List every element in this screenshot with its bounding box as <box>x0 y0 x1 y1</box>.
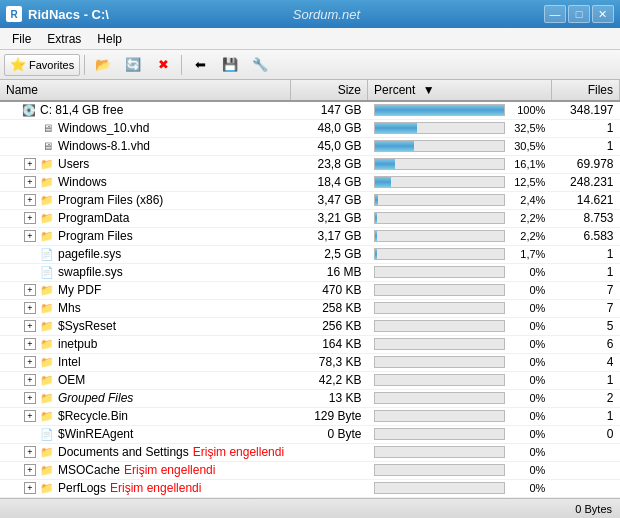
back-button[interactable]: ⬅ <box>186 54 214 76</box>
folder-icon: 📁 <box>40 481 54 495</box>
bar-fill <box>375 195 378 205</box>
close-button[interactable]: ✕ <box>592 5 614 23</box>
expand-button[interactable]: + <box>24 464 36 476</box>
table-row[interactable]: +📁Intel78,3 KB0%4 <box>0 353 620 371</box>
file-table: Name Size Percent ▼ Files 💽C: 81,4 GB fr… <box>0 80 620 498</box>
table-row[interactable]: +📁Windows18,4 GB12,5%248.231 <box>0 173 620 191</box>
refresh-button[interactable]: 🔄 <box>119 54 147 76</box>
name-cell: 💽C: 81,4 GB free <box>6 103 284 117</box>
table-row[interactable]: 📄$WinREAgent0 Byte0%0 <box>0 425 620 443</box>
settings-button[interactable]: 🔧 <box>246 54 274 76</box>
menu-extras[interactable]: Extras <box>39 30 89 48</box>
bar-background <box>374 122 506 134</box>
stop-icon: ✖ <box>155 57 171 73</box>
table-row[interactable]: +📁My PDF470 KB0%7 <box>0 281 620 299</box>
table-row[interactable]: +📁Program Files (x86)3,47 GB2,4%14.621 <box>0 191 620 209</box>
table-row[interactable]: 🖥Windows-8.1.vhd45,0 GB30,5%1 <box>0 137 620 155</box>
table-row[interactable]: 💽C: 81,4 GB free147 GB100%348.197 <box>0 101 620 119</box>
maximize-button[interactable]: □ <box>568 5 590 23</box>
percent-cell: 30,5% <box>368 137 552 155</box>
expand-button[interactable]: + <box>24 374 36 386</box>
table-row[interactable]: +📁OEM42,2 KB0%1 <box>0 371 620 389</box>
table-row[interactable]: +📁MSOCache Erişim engellendi0% <box>0 461 620 479</box>
files-cell: 1 <box>551 245 619 263</box>
name-cell: +📁inetpub <box>6 337 284 351</box>
name-cell: +📁Mhs <box>6 301 284 315</box>
percent-label: 0% <box>509 428 545 440</box>
expand-button[interactable]: + <box>24 176 36 188</box>
table-row[interactable]: +📁Mhs258 KB0%7 <box>0 299 620 317</box>
bar-container: 0% <box>374 482 546 494</box>
favorites-button[interactable]: ⭐ Favorites <box>4 54 80 76</box>
expand-button[interactable]: + <box>24 320 36 332</box>
table-row[interactable]: +📁Program Files3,17 GB2,2%6.583 <box>0 227 620 245</box>
table-row[interactable]: 🖥Windows_10.vhd48,0 GB32,5%1 <box>0 119 620 137</box>
title-bar-left: R RidNacs - C:\ <box>6 6 109 22</box>
size-cell: 42,2 KB <box>290 371 367 389</box>
size-cell: 23,8 GB <box>290 155 367 173</box>
size-cell <box>290 443 367 461</box>
save-button[interactable]: 💾 <box>216 54 244 76</box>
files-cell: 7 <box>551 299 619 317</box>
expand-button[interactable]: + <box>24 212 36 224</box>
access-denied-label: Erişim engellendi <box>110 481 201 495</box>
folder-icon: 📁 <box>40 463 54 477</box>
app-icon: R <box>6 6 22 22</box>
folder-icon: 📁 <box>40 409 54 423</box>
expand-button[interactable]: + <box>24 338 36 350</box>
percent-label: 0% <box>509 266 545 278</box>
bar-fill <box>375 141 415 151</box>
table-row[interactable]: +📁PerfLogs Erişim engellendi0% <box>0 479 620 497</box>
bar-fill <box>375 123 417 133</box>
col-files[interactable]: Files <box>551 80 619 101</box>
bar-background <box>374 446 506 458</box>
table-row[interactable]: +📁$Recycle.Bin129 Byte0%1 <box>0 407 620 425</box>
percent-cell: 12,5% <box>368 173 552 191</box>
table-row[interactable]: +📁Documents and Settings Erişim engellen… <box>0 443 620 461</box>
bar-background <box>374 428 506 440</box>
row-name-label: My PDF <box>58 283 101 297</box>
menu-file[interactable]: File <box>4 30 39 48</box>
table-row[interactable]: +📁inetpub164 KB0%6 <box>0 335 620 353</box>
minimize-button[interactable]: — <box>544 5 566 23</box>
expand-button[interactable]: + <box>24 230 36 242</box>
col-percent[interactable]: Percent ▼ <box>368 80 552 101</box>
table-container[interactable]: Name Size Percent ▼ Files 💽C: 81,4 GB fr… <box>0 80 620 498</box>
table-row[interactable]: 📄swapfile.sys16 MB0%1 <box>0 263 620 281</box>
expand-button[interactable]: + <box>24 410 36 422</box>
main-area: Name Size Percent ▼ Files 💽C: 81,4 GB fr… <box>0 80 620 498</box>
col-name[interactable]: Name <box>0 80 290 101</box>
row-name-label: MSOCache <box>58 463 120 477</box>
stop-button[interactable]: ✖ <box>149 54 177 76</box>
indent-spacer <box>6 427 20 441</box>
expand-button[interactable]: + <box>24 446 36 458</box>
expand-button[interactable]: + <box>24 194 36 206</box>
percent-cell: 2,2% <box>368 209 552 227</box>
size-cell: 3,21 GB <box>290 209 367 227</box>
size-cell <box>290 479 367 497</box>
expand-button[interactable]: + <box>24 158 36 170</box>
expand-button[interactable]: + <box>24 392 36 404</box>
col-size[interactable]: Size <box>290 80 367 101</box>
table-row[interactable]: +📁Users23,8 GB16,1%69.978 <box>0 155 620 173</box>
expand-button[interactable]: + <box>24 284 36 296</box>
bar-background <box>374 356 506 368</box>
indent-spacer <box>6 283 20 297</box>
percent-label: 16,1% <box>509 158 545 170</box>
table-row[interactable]: +📁ProgramData3,21 GB2,2%8.753 <box>0 209 620 227</box>
table-row[interactable]: 📄pagefile.sys2,5 GB1,7%1 <box>0 245 620 263</box>
bar-background <box>374 374 506 386</box>
folder-icon: 📁 <box>40 175 54 189</box>
size-cell: 3,47 GB <box>290 191 367 209</box>
menu-help[interactable]: Help <box>89 30 130 48</box>
open-folder-button[interactable]: 📂 <box>89 54 117 76</box>
table-row[interactable]: +📁Grouped Files13 KB0%2 <box>0 389 620 407</box>
table-row[interactable]: +📁$SysReset256 KB0%5 <box>0 317 620 335</box>
row-name-label: Windows_10.vhd <box>58 121 149 135</box>
bar-container: 16,1% <box>374 158 546 170</box>
expand-button[interactable]: + <box>24 356 36 368</box>
toolbar-sep-2 <box>181 55 182 75</box>
expand-button[interactable]: + <box>24 482 36 494</box>
expand-button[interactable]: + <box>24 302 36 314</box>
favorites-label: Favorites <box>29 59 74 71</box>
